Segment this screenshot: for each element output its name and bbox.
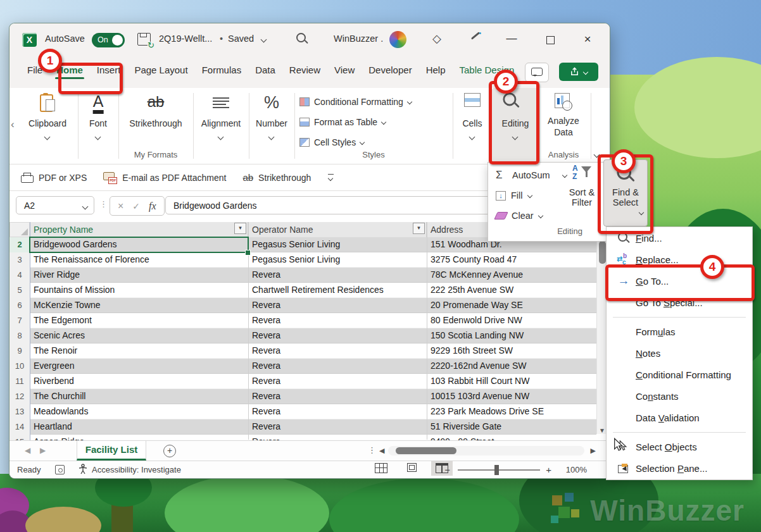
menu-item-select-objects[interactable]: Select Objects xyxy=(607,436,752,457)
ribbon-tab-review[interactable]: Review xyxy=(288,56,322,84)
cell-property[interactable]: Aspen Ridge xyxy=(30,435,248,440)
cell-property[interactable]: Fountains of Mission xyxy=(30,283,248,298)
cell-property[interactable]: The Renoir xyxy=(30,343,248,359)
qat-overflow-chevron-icon[interactable] xyxy=(327,174,335,182)
row-number[interactable]: 4 xyxy=(9,268,30,283)
menu-item-data-validation[interactable]: Data Validation xyxy=(607,407,752,428)
zoom-out-button[interactable]: − xyxy=(444,464,450,475)
ribbon-tab-data[interactable]: Data xyxy=(254,56,277,84)
comments-button[interactable] xyxy=(525,63,549,82)
cell-operator[interactable]: Revera xyxy=(248,374,427,389)
row-number[interactable]: 9 xyxy=(9,343,30,359)
cell-styles-button[interactable]: Cell Styles xyxy=(299,134,448,151)
row-number[interactable]: 13 xyxy=(9,404,30,419)
name-box[interactable]: A2 xyxy=(16,196,94,214)
ribbon-tab-formulas[interactable]: Formulas xyxy=(201,56,243,84)
menu-item-formulas[interactable]: Formulas xyxy=(607,321,752,342)
save-icon[interactable] xyxy=(137,33,151,46)
sheet-nav-left-icon[interactable]: ◀ xyxy=(25,446,30,455)
analyze-data-button[interactable]: Analyze Data Analysis xyxy=(539,88,588,164)
horizontal-scrollbar[interactable] xyxy=(388,446,584,455)
accessibility-status[interactable]: Accessibility: Investigate xyxy=(92,465,181,474)
share-button[interactable] xyxy=(559,63,598,81)
autosave-toggle[interactable]: On xyxy=(92,33,125,47)
cell-property[interactable]: The Renaissance of Florence xyxy=(30,252,248,268)
menu-item-constants[interactable]: Constants xyxy=(607,385,752,407)
menu-item-selection-pane[interactable]: Selection Pane... xyxy=(607,457,752,479)
cell-property[interactable]: Meadowlands xyxy=(30,404,248,419)
zoom-slider[interactable] xyxy=(458,469,540,471)
ribbon-tab-view[interactable]: View xyxy=(333,56,356,84)
fill-handle[interactable] xyxy=(245,250,251,256)
format-as-table-button[interactable]: Format as Table xyxy=(299,114,448,130)
cell-property[interactable]: Riverbend xyxy=(30,374,248,389)
cell-address[interactable]: 103 Rabbit Hill Court NW xyxy=(427,374,596,389)
cell-property[interactable]: Scenic Acres xyxy=(30,328,248,343)
cell-property[interactable]: McKenzie Towne xyxy=(30,298,248,313)
ribbon-group-strikethrough[interactable]: ab Strikethrough My Formats xyxy=(118,88,193,164)
cell-operator[interactable]: Pegasus Senior Living xyxy=(248,252,427,268)
fill-button[interactable]: ↓ Fill xyxy=(496,187,532,204)
cell-address[interactable]: 51 Riverside Gate xyxy=(427,419,596,435)
accessibility-icon[interactable] xyxy=(78,464,88,474)
cell-operator[interactable]: Pegasus Senior Living xyxy=(248,237,427,252)
zoom-in-button[interactable]: + xyxy=(546,464,551,475)
cell-address[interactable]: 78C McKenney Avenue xyxy=(427,268,596,283)
zoom-level[interactable]: 100% xyxy=(566,465,587,474)
saved-status[interactable]: Saved xyxy=(228,34,254,44)
row-number[interactable]: 10 xyxy=(9,359,30,374)
cell-operator[interactable]: Revera xyxy=(248,313,427,328)
ribbon-group-clipboard[interactable]: Clipboard xyxy=(17,88,78,164)
minimize-button[interactable]: — xyxy=(502,32,521,45)
close-button[interactable]: × xyxy=(578,32,597,46)
row-number[interactable]: 2 xyxy=(9,237,30,252)
filter-dropdown-icon[interactable]: ▾ xyxy=(413,223,425,234)
cell-property[interactable]: Bridgewood Gardens xyxy=(30,237,248,252)
filter-dropdown-icon[interactable]: ▾ xyxy=(234,223,246,234)
cell-operator[interactable]: Revera xyxy=(248,404,427,419)
ribbon-group-number[interactable]: % Number xyxy=(249,88,294,164)
cell-address[interactable]: 2220-162nd Avenue SW xyxy=(427,359,596,374)
sheet-nav-right-icon[interactable]: ▶ xyxy=(40,446,46,455)
cell-operator[interactable]: Revera xyxy=(248,389,427,404)
cell-property[interactable]: Evergreen xyxy=(30,359,248,374)
cell-operator[interactable]: Revera xyxy=(248,359,427,374)
cell-operator[interactable]: Revera xyxy=(248,298,427,313)
vertical-scrollbar-thumb[interactable] xyxy=(599,241,606,264)
sheet-tab-facility-list[interactable]: Facility List xyxy=(77,441,146,461)
scroll-down-icon[interactable]: ▼ xyxy=(599,427,605,434)
qat-strikethrough-button[interactable]: ab Strikethrough xyxy=(242,172,311,183)
row-number[interactable]: 8 xyxy=(9,328,30,343)
formula-bar-handle[interactable]: ⋮ xyxy=(99,199,108,209)
premium-diamond-icon[interactable]: ◇ xyxy=(432,32,441,46)
horizontal-scrollbar-thumb[interactable] xyxy=(396,447,456,454)
ribbon-tab-developer[interactable]: Developer xyxy=(367,56,413,84)
view-page-layout-button[interactable] xyxy=(401,461,422,476)
pdf-or-xps-button[interactable]: PDF or XPS xyxy=(21,173,87,183)
autosum-button[interactable]: Σ AutoSum xyxy=(496,166,567,184)
row-number[interactable]: 11 xyxy=(9,374,30,389)
cell-property[interactable]: Heartland xyxy=(30,419,248,435)
cell-address[interactable]: 150 Scotia Landing NW xyxy=(427,328,596,343)
column-header-operator-name[interactable]: Operator Name xyxy=(248,222,427,237)
cell-address[interactable]: 223 Park Meadows Drive SE xyxy=(427,404,596,419)
ribbon-tab-page-layout[interactable]: Page Layout xyxy=(133,56,189,84)
view-normal-button[interactable] xyxy=(370,461,392,476)
new-sheet-button[interactable]: + xyxy=(163,445,176,457)
row-number[interactable]: 15 xyxy=(9,435,30,440)
avatar[interactable] xyxy=(389,31,406,48)
column-header-property-name[interactable]: Property Name xyxy=(30,222,248,237)
hscroll-right-icon[interactable]: ▶ xyxy=(591,447,596,455)
cell-operator[interactable]: Revera xyxy=(248,435,427,440)
insert-function-icon[interactable]: fx xyxy=(149,201,156,212)
cell-operator[interactable]: Revera xyxy=(248,419,427,435)
menu-item-notes[interactable]: Notes xyxy=(607,342,752,364)
cell-property[interactable]: River Ridge xyxy=(30,268,248,283)
ribbon-scroll-left-icon[interactable]: ‹ xyxy=(11,118,15,131)
saved-chevron-icon[interactable] xyxy=(261,37,267,43)
conditional-formatting-button[interactable]: Conditional Formatting xyxy=(299,94,448,110)
cell-address[interactable]: 3275 County Road 47 xyxy=(427,252,596,268)
sort-filter-button[interactable]: AZ Sort & Filter xyxy=(563,164,601,207)
cancel-x-icon[interactable]: × xyxy=(118,201,123,212)
cell-operator[interactable]: Chartwell Retirement Residences xyxy=(248,283,427,298)
